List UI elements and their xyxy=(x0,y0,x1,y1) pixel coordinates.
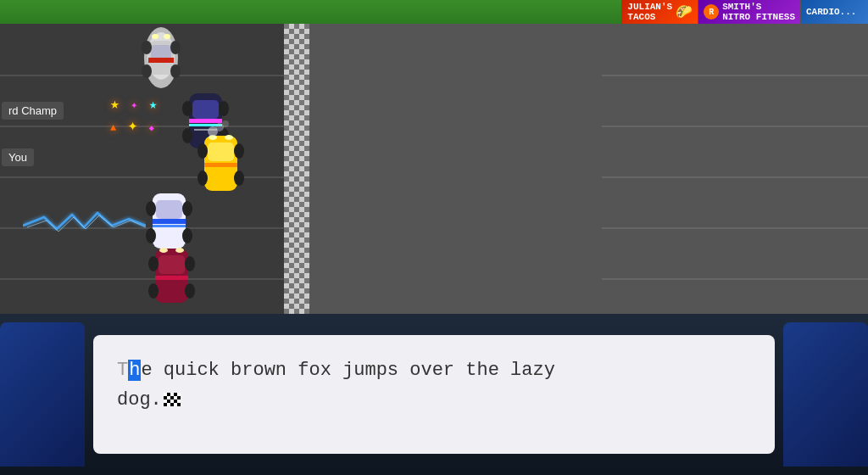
svg-point-17 xyxy=(182,128,192,143)
taco-icon: 🌮 xyxy=(676,3,693,20)
svg-point-47 xyxy=(159,248,168,253)
road-line xyxy=(602,75,868,76)
svg-point-7 xyxy=(142,64,152,78)
svg-rect-42 xyxy=(155,276,188,280)
ad-cardio-label: CARDIO... xyxy=(806,7,856,17)
svg-point-26 xyxy=(234,170,244,186)
confetti-effect: ★ ✦ ★ ▲ ✦ ◆ xyxy=(110,93,157,137)
svg-point-9 xyxy=(152,34,159,39)
svg-point-46 xyxy=(185,283,195,299)
road-line xyxy=(602,278,868,280)
svg-rect-12 xyxy=(192,100,219,119)
road xyxy=(0,24,868,314)
player-label-you: You xyxy=(2,148,34,166)
svg-point-23 xyxy=(198,143,208,159)
svg-point-36 xyxy=(146,201,156,216)
road-line xyxy=(602,227,868,229)
typed-char-T: T xyxy=(117,360,128,381)
ad-tacos-label: JULIAN'STACOS xyxy=(627,2,672,22)
svg-rect-22 xyxy=(204,163,237,167)
ad-bar: JULIAN'STACOS 🌮 R SMITH'SNITRO FITNESS C… xyxy=(621,0,868,24)
ad-nitro-label: SMITH'SNITRO FITNESS xyxy=(722,2,795,22)
road-line xyxy=(602,176,868,178)
player-label-champ: rd Champ xyxy=(2,102,64,120)
typing-area[interactable]: The quick brown fox jumps over the lazyd… xyxy=(93,335,775,454)
finish-flag xyxy=(164,393,181,406)
svg-point-24 xyxy=(234,143,244,159)
svg-point-48 xyxy=(175,248,184,253)
nitro-logo: R xyxy=(704,4,719,20)
car-5 xyxy=(148,242,195,310)
car-1 xyxy=(140,24,182,92)
typing-text: The quick brown fox jumps over the lazyd… xyxy=(117,355,751,415)
ad-tacos[interactable]: JULIAN'STACOS 🌮 xyxy=(621,0,698,24)
ad-cardio[interactable]: CARDIO... xyxy=(800,0,868,24)
ad-nitro[interactable]: R SMITH'SNITRO FITNESS xyxy=(698,0,800,24)
right-panel xyxy=(783,322,868,467)
svg-rect-4 xyxy=(148,58,174,63)
road-line xyxy=(602,126,868,127)
svg-rect-41 xyxy=(159,255,185,274)
svg-point-10 xyxy=(164,34,170,39)
svg-point-6 xyxy=(170,41,181,54)
track-divider xyxy=(284,24,309,314)
svg-rect-34 xyxy=(153,219,186,224)
svg-point-5 xyxy=(142,41,152,54)
svg-point-25 xyxy=(198,170,208,186)
svg-point-43 xyxy=(148,256,159,271)
svg-rect-21 xyxy=(208,142,234,161)
svg-point-16 xyxy=(219,101,229,116)
svg-point-15 xyxy=(182,101,192,116)
smoke-effect xyxy=(206,119,231,140)
svg-point-44 xyxy=(185,256,195,271)
svg-rect-33 xyxy=(156,200,182,219)
player-labels: rd Champ You xyxy=(0,0,119,314)
left-panel xyxy=(0,322,85,467)
car-3 xyxy=(198,127,244,199)
untyped-text: e quick brown fox jumps over the lazydog… xyxy=(117,360,555,411)
svg-point-8 xyxy=(170,64,181,78)
svg-point-37 xyxy=(182,201,192,216)
game-area: rd Champ You xyxy=(0,0,868,314)
cursor-char: h xyxy=(128,360,141,381)
svg-point-45 xyxy=(148,283,159,299)
right-track xyxy=(292,24,868,314)
svg-rect-35 xyxy=(153,225,186,227)
svg-point-31 xyxy=(222,120,229,127)
bottom-panel: The quick brown fox jumps over the lazyd… xyxy=(0,314,868,475)
